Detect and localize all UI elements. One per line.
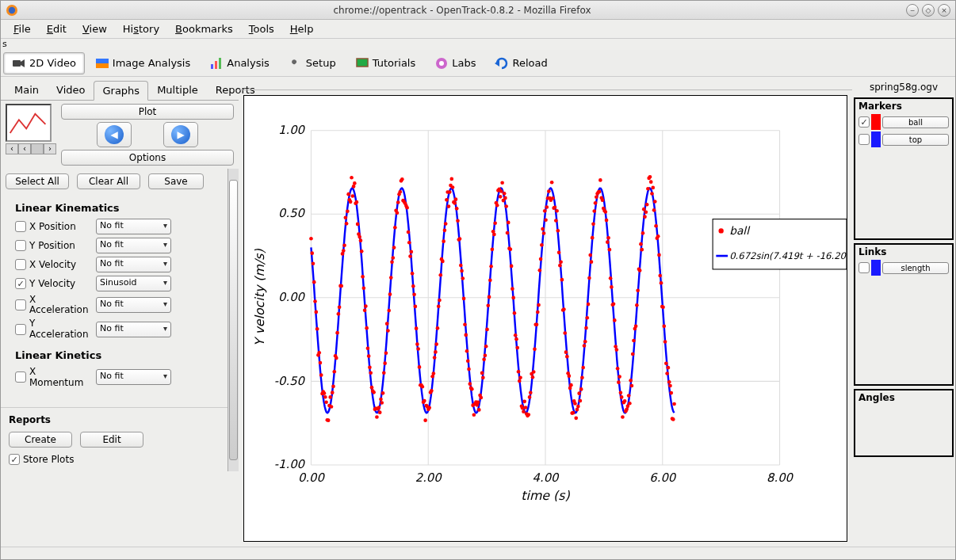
link-button-slength[interactable]: slength — [882, 262, 949, 274]
create-button[interactable]: Create — [9, 432, 72, 448]
param-label: YAcceleration — [29, 318, 93, 339]
toolbar-image-analysis[interactable]: Image Analysis — [86, 52, 199, 74]
edit-button[interactable]: Edit — [80, 432, 143, 448]
param-label: X Momentum — [29, 366, 93, 388]
thumb-scroll-left[interactable]: ‹ — [6, 143, 18, 154]
options-button[interactable]: Options — [61, 150, 234, 166]
svg-point-173 — [460, 269, 464, 272]
check-xvelocity[interactable] — [15, 259, 26, 270]
svg-point-77 — [363, 308, 367, 312]
param-row-xmomentum: X Momentum No fit — [15, 364, 220, 390]
svg-point-272 — [560, 277, 564, 281]
toolbar-analysis[interactable]: Analysis — [201, 52, 278, 74]
svg-point-339 — [628, 401, 632, 405]
tab-multiple[interactable]: Multiple — [148, 80, 207, 100]
svg-point-357 — [646, 187, 650, 191]
svg-point-269 — [557, 250, 561, 254]
check-yaccel[interactable] — [15, 324, 26, 335]
tab-graphs[interactable]: Graphs — [94, 81, 148, 101]
check-xposition[interactable] — [15, 221, 26, 232]
svg-point-271 — [559, 260, 563, 264]
tab-video[interactable]: Video — [48, 80, 94, 100]
fit-select-xaccel[interactable]: No fit — [96, 297, 171, 313]
fit-select-xmomentum[interactable]: No fit — [96, 369, 171, 385]
markers-title: Markers — [857, 101, 950, 113]
svg-point-201 — [488, 278, 492, 282]
toolbar-tutorials[interactable]: Tutorials — [346, 52, 425, 74]
svg-point-367 — [656, 234, 660, 238]
check-yvelocity[interactable] — [15, 278, 26, 289]
svg-point-343 — [632, 338, 636, 342]
check-xaccel[interactable] — [15, 299, 26, 310]
toolbar-2d-video[interactable]: 2D Video — [3, 52, 85, 74]
thumb-scroll-left2[interactable]: ‹ — [18, 143, 31, 154]
check-yposition[interactable] — [15, 240, 26, 251]
svg-point-338 — [627, 394, 631, 398]
plot-button[interactable]: Plot — [61, 104, 234, 120]
ytick: -0.50 — [274, 373, 306, 387]
firefox-icon — [6, 4, 18, 17]
prev-plot-button[interactable]: ◀ — [97, 122, 132, 147]
clear-all-button[interactable]: Clear All — [77, 173, 140, 189]
svg-point-67 — [353, 181, 357, 185]
menu-tools[interactable]: Tools — [241, 21, 282, 36]
svg-point-200 — [488, 295, 491, 299]
toolbar-labs[interactable]: Labs — [426, 52, 484, 74]
tab-main[interactable]: Main — [6, 80, 48, 100]
select-all-button[interactable]: Select All — [6, 173, 69, 189]
save-button[interactable]: Save — [148, 173, 204, 189]
fit-select-yposition[interactable]: No fit — [96, 238, 171, 253]
thumb-scroll-track[interactable] — [31, 143, 44, 154]
svg-point-146 — [433, 356, 437, 360]
menu-bookmarks[interactable]: Bookmarks — [167, 21, 241, 36]
fit-select-yvelocity[interactable]: Sinusoid — [96, 276, 171, 291]
svg-point-180 — [467, 367, 471, 371]
svg-point-293 — [581, 365, 585, 369]
toolbar-reload[interactable]: Reload — [486, 52, 556, 74]
content-area: Main Video Graphs Multiple Reports ‹ ‹ › — [1, 77, 955, 547]
menu-file[interactable]: File — [6, 21, 39, 36]
svg-point-175 — [462, 296, 466, 300]
svg-point-240 — [528, 395, 532, 399]
svg-point-291 — [579, 387, 583, 391]
maximize-button[interactable]: ◇ — [922, 4, 935, 17]
footer — [1, 547, 955, 558]
menu-view[interactable]: View — [75, 21, 115, 36]
svg-point-383 — [672, 402, 676, 406]
toolbar-setup[interactable]: Setup — [280, 52, 345, 74]
minimize-button[interactable]: ‒ — [906, 4, 919, 17]
check-marker-ball[interactable] — [858, 116, 870, 128]
thumb-scroll-right[interactable]: › — [44, 143, 56, 154]
svg-point-172 — [459, 263, 463, 267]
svg-point-287 — [576, 407, 579, 411]
tabs-pad — [239, 77, 852, 90]
plot-thumbnail[interactable] — [6, 104, 52, 142]
check-link-slength[interactable] — [858, 262, 870, 273]
fit-select-yaccel[interactable]: No fit — [96, 322, 171, 337]
svg-point-190 — [477, 408, 481, 412]
marker-button-top[interactable]: top — [882, 134, 949, 146]
fit-select-xposition[interactable]: No fit — [96, 219, 171, 234]
svg-point-51 — [337, 312, 341, 316]
menu-help[interactable]: Help — [282, 21, 322, 36]
svg-point-376 — [665, 371, 669, 375]
svg-point-34 — [319, 373, 323, 377]
check-store-plots[interactable] — [9, 454, 20, 465]
check-xmomentum[interactable] — [15, 371, 26, 383]
menu-history[interactable]: History — [115, 21, 167, 36]
close-button[interactable]: × — [938, 4, 950, 17]
left-scroll[interactable] — [228, 169, 239, 471]
fit-select-xvelocity[interactable]: No fit — [96, 257, 171, 272]
svg-point-176 — [463, 322, 467, 326]
svg-point-328 — [617, 380, 621, 384]
next-plot-button[interactable]: ▶ — [163, 122, 198, 147]
svg-point-243 — [531, 375, 535, 379]
scroll-thumb[interactable] — [229, 180, 238, 460]
svg-point-102 — [388, 292, 392, 296]
menu-edit[interactable]: Edit — [39, 21, 75, 36]
check-marker-top[interactable] — [858, 134, 870, 145]
svg-point-26 — [312, 261, 315, 265]
marker-button-ball[interactable]: ball — [882, 116, 949, 128]
svg-point-285 — [573, 402, 577, 406]
svg-point-177 — [464, 333, 468, 337]
